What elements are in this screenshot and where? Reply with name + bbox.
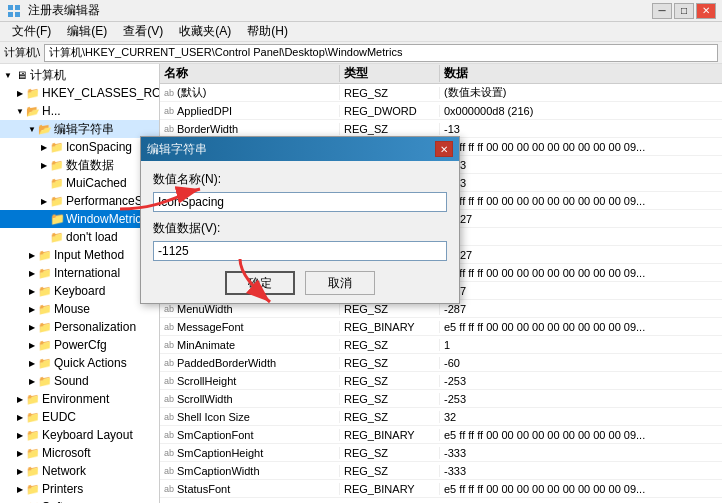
- app-icon: [6, 3, 22, 19]
- dialog-title-bar: 编辑字符串 ✕: [141, 137, 459, 161]
- name-input-row: [153, 192, 447, 212]
- address-bar[interactable]: 计算机\HKEY_CURRENT_USER\Control Panel\Desk…: [44, 44, 718, 62]
- dialog-title: 编辑字符串: [147, 141, 207, 158]
- title-bar: 注册表编辑器 ─ □ ✕: [0, 0, 722, 22]
- dialog-overlay: 编辑字符串 ✕ 数值名称(N): 数值数据(V): 确定 取消: [0, 64, 722, 503]
- main-layout: ▼ 🖥 计算机 ▶ 📁 HKEY_CLASSES_ROOT ▼ 📂 H... ▼…: [0, 64, 722, 503]
- menu-edit[interactable]: 编辑(E): [59, 21, 115, 42]
- menu-favorites[interactable]: 收藏夹(A): [171, 21, 239, 42]
- dialog-close-button[interactable]: ✕: [435, 141, 453, 157]
- dialog-body: 数值名称(N): 数值数据(V): 确定 取消: [141, 161, 459, 303]
- svg-rect-3: [15, 12, 20, 17]
- data-input[interactable]: [153, 241, 447, 261]
- menu-bar: 文件(F) 编辑(E) 查看(V) 收藏夹(A) 帮助(H): [0, 22, 722, 42]
- menu-view[interactable]: 查看(V): [115, 21, 171, 42]
- svg-rect-2: [8, 12, 13, 17]
- maximize-button[interactable]: □: [674, 3, 694, 19]
- window-title: 注册表编辑器: [28, 2, 646, 19]
- toolbar: 计算机\ 计算机\HKEY_CURRENT_USER\Control Panel…: [0, 42, 722, 64]
- window-controls: ─ □ ✕: [652, 3, 716, 19]
- dialog-buttons: 确定 取消: [153, 271, 447, 295]
- close-button[interactable]: ✕: [696, 3, 716, 19]
- name-label: 数值名称(N):: [153, 171, 447, 188]
- address-text: 计算机\HKEY_CURRENT_USER\Control Panel\Desk…: [49, 45, 402, 60]
- edit-string-dialog: 编辑字符串 ✕ 数值名称(N): 数值数据(V): 确定 取消: [140, 136, 460, 304]
- name-input[interactable]: [153, 192, 447, 212]
- cancel-button[interactable]: 取消: [305, 271, 375, 295]
- svg-rect-1: [15, 5, 20, 10]
- menu-file[interactable]: 文件(F): [4, 21, 59, 42]
- svg-rect-0: [8, 5, 13, 10]
- ok-button[interactable]: 确定: [225, 271, 295, 295]
- menu-help[interactable]: 帮助(H): [239, 21, 296, 42]
- minimize-button[interactable]: ─: [652, 3, 672, 19]
- path-label: 计算机\: [4, 45, 40, 60]
- data-label: 数值数据(V):: [153, 220, 447, 237]
